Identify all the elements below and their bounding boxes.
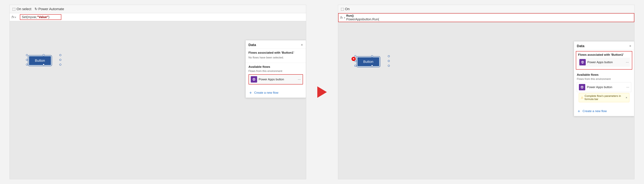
left-topbar: ⬚ On select ↻ Power Automate	[10, 5, 306, 13]
arrow-container	[316, 86, 328, 98]
left-fx-chevron[interactable]: ∨	[15, 16, 16, 18]
right-error-dot: ✕	[352, 57, 356, 61]
left-formula-input[interactable]: Set(myvar,"Value")	[20, 14, 61, 20]
handle-br	[60, 64, 61, 66]
right-data-panel-header: Data ×	[574, 41, 634, 50]
right-handle-br	[388, 65, 390, 67]
svg-point-6	[583, 62, 584, 62]
svg-point-10	[582, 87, 583, 87]
right-data-panel-close[interactable]: ×	[629, 44, 631, 48]
right-button-handles	[355, 56, 389, 66]
handle-bl	[26, 64, 28, 66]
right-handle-bm	[371, 65, 373, 67]
right-fx-chevron[interactable]: ∨	[344, 16, 345, 19]
left-data-panel: Data × Flows associated with 'Button1' N…	[246, 40, 306, 98]
left-create-flow-label: Create a new flow	[254, 91, 278, 94]
left-flow-item-name: Power Apps button	[259, 78, 296, 81]
right-selected-flow-name: Power Apps button	[587, 61, 624, 64]
left-canvas: Button Data × Flow	[10, 21, 306, 179]
right-formula-bar: fx ∨ Run() PowerAppsbutton.Run(	[338, 13, 634, 22]
left-topbar-powerautomate[interactable]: ↻ Power Automate	[34, 7, 64, 11]
left-flow-item[interactable]: Power Apps button ···	[248, 74, 303, 85]
right-panel: ⬚ On fx ∨ Run() PowerAppsbutton.Run( ✕ B…	[338, 5, 634, 179]
warning-icon: ⚠	[581, 96, 583, 99]
warning-close[interactable]: ×	[626, 96, 627, 99]
right-available-flows-title: Available flows	[577, 73, 631, 77]
left-f-char: f	[12, 15, 12, 19]
left-powerautomate-icon: ↻	[34, 7, 38, 11]
left-no-flows-text: No flows have been selected.	[248, 55, 303, 61]
handle-tr	[60, 54, 61, 56]
right-run-title: Run()	[346, 14, 632, 17]
right-flow-icon	[579, 84, 585, 90]
left-available-flows-section: Available flows Flows from this environm…	[246, 63, 306, 88]
handle-tm	[43, 54, 44, 56]
left-formula-bar: fx ∨ Set(myvar,"Value")	[10, 13, 306, 21]
left-formula-set: Set(myvar,	[22, 15, 37, 19]
right-create-flow-label: Create a new flow	[582, 109, 607, 113]
svg-point-1	[253, 79, 254, 79]
right-on-icon: ⬚	[341, 7, 344, 11]
left-create-flow-icon: ＋	[248, 90, 253, 95]
left-topbar-onselect[interactable]: ⬚ On select	[12, 7, 31, 11]
right-create-flow-icon: ＋	[577, 108, 581, 114]
right-flow-item-name: Power Apps button	[587, 86, 625, 89]
left-flow-icon	[251, 76, 257, 83]
left-data-panel-close[interactable]: ×	[301, 43, 303, 47]
right-on-label: On	[345, 7, 350, 11]
right-create-flow[interactable]: ＋ Create a new flow	[574, 106, 634, 116]
right-handle-tr	[388, 55, 390, 57]
left-onselect-label: On select	[16, 7, 31, 11]
right-flows-associated-title: Flows associated with 'Button1'	[578, 53, 630, 57]
warning-text: Complete flow's parameters in formula ba…	[584, 94, 624, 101]
left-formula-close: )	[48, 15, 50, 19]
left-data-panel-title: Data	[248, 43, 256, 47]
right-handle-bl	[354, 65, 356, 67]
right-formula-text[interactable]: PowerAppsbutton.Run(	[346, 17, 632, 21]
right-selected-flow-item[interactable]: Power Apps button ···	[578, 58, 630, 67]
right-handle-mr	[388, 60, 390, 62]
right-flow-item-more[interactable]: ···	[626, 85, 629, 89]
left-flows-associated-title: Flows associated with 'Button1'	[248, 51, 303, 54]
right-data-panel-title: Data	[577, 44, 584, 48]
handle-bm	[43, 64, 44, 66]
right-handle-tl	[354, 55, 356, 57]
left-formula-value: "Value"	[37, 15, 48, 19]
right-canvas: ✕ Button Data ×	[338, 22, 634, 179]
handle-mr	[60, 59, 61, 61]
left-onselect-icon: ⬚	[12, 7, 16, 11]
handle-ml	[26, 59, 28, 61]
right-data-panel: Data × Flows associated with 'Button1'	[574, 41, 634, 116]
arrow-right-icon	[317, 86, 327, 98]
right-topbar: ⬚ On	[338, 5, 634, 13]
right-available-flows-section: Available flows Flows from this environm…	[574, 71, 634, 106]
right-warning-notification: ⚠ Complete flow's parameters in formula …	[579, 93, 629, 102]
left-create-flow[interactable]: ＋ Create a new flow	[246, 88, 306, 98]
left-button-handles	[27, 55, 60, 65]
right-selected-flow-icon	[579, 59, 586, 65]
right-handle-tm	[371, 55, 373, 57]
right-flow-item[interactable]: Power Apps button ···	[577, 82, 631, 92]
left-fx-label: fx ∨	[12, 15, 19, 19]
left-powerautomate-label: Power Automate	[38, 7, 64, 11]
left-flows-from-env: Flows from this environment	[248, 70, 303, 73]
svg-point-2	[254, 79, 255, 79]
right-flows-associated-section: Flows associated with 'Button1'	[576, 51, 632, 70]
left-available-flows-title: Available flows	[248, 65, 303, 69]
left-flow-item-more[interactable]: ···	[298, 77, 300, 82]
right-flows-from-env: Flows from this environment	[577, 78, 631, 81]
left-x-char: x	[13, 15, 14, 19]
handle-tl	[26, 54, 28, 56]
svg-point-9	[581, 87, 582, 87]
svg-point-5	[582, 62, 582, 62]
right-topbar-on[interactable]: ⬚ On	[341, 7, 350, 11]
right-x-char: x	[341, 16, 343, 19]
left-flows-associated-section: Flows associated with 'Button1' No flows…	[246, 49, 306, 63]
right-selected-flow-more[interactable]: ···	[626, 60, 629, 64]
left-panel: ⬚ On select ↻ Power Automate fx ∨ Set(my…	[10, 5, 306, 179]
left-data-panel-header: Data ×	[246, 40, 306, 49]
